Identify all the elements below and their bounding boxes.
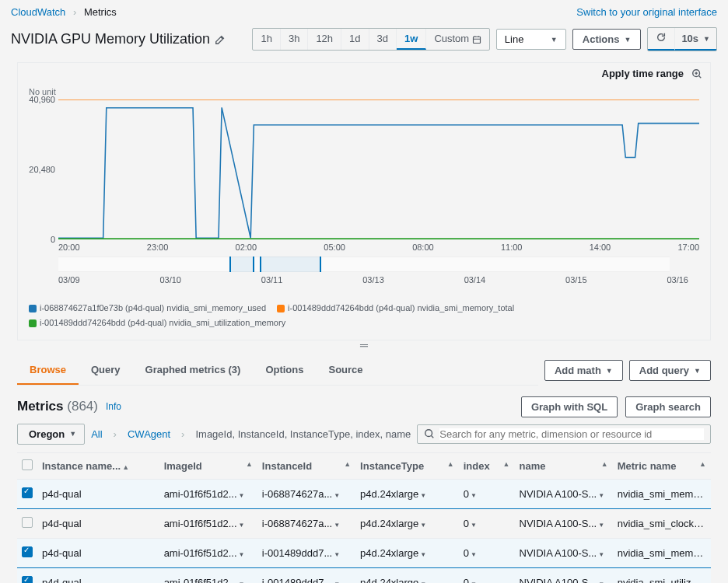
edit-title-icon[interactable]: [215, 34, 226, 45]
page-title: NVIDIA GPU Memory Utilization: [11, 31, 226, 47]
cell-index[interactable]: 0▼: [459, 479, 515, 508]
cell-instance-type[interactable]: p4d.24xlarge▼: [355, 508, 459, 538]
time-range-1d[interactable]: 1d: [341, 29, 369, 50]
cell-instance-name: p4d-qual: [37, 479, 159, 508]
row-checkbox[interactable]: [22, 546, 33, 557]
switch-interface-link[interactable]: Switch to your original interface: [576, 6, 717, 18]
chart-svg: [58, 99, 699, 239]
time-brush[interactable]: [58, 257, 670, 272]
tab-source[interactable]: Source: [316, 356, 375, 385]
cell-instance-id[interactable]: i-068874627a...▼: [257, 479, 355, 508]
cell-metric-name[interactable]: nvidia_smi_clocks_current_gr...▼: [613, 508, 711, 538]
row-checkbox[interactable]: [22, 576, 33, 583]
legend-item[interactable]: i-001489ddd74264bdd (p4d-qual) nvidia_sm…: [277, 302, 514, 316]
col-metric-name[interactable]: Metric name▲: [613, 452, 711, 479]
time-range-12h[interactable]: 12h: [308, 29, 341, 50]
chart-plot-area[interactable]: 020,48040,960: [58, 99, 699, 239]
metrics-table: Instance name...▲ ImageId▲ InstanceId▲ I…: [17, 452, 711, 583]
cell-instance-id[interactable]: i-001489ddd7...▼: [257, 538, 355, 567]
cell-instance-name: p4d-qual: [37, 538, 159, 567]
tab-graphed[interactable]: Graphed metrics (3): [133, 356, 254, 385]
chart-panel: Apply time range No unit 020,48040,960 2…: [17, 62, 711, 340]
cell-name[interactable]: NVIDIA A100-S...▼: [515, 508, 613, 538]
tab-browse[interactable]: Browse: [17, 356, 79, 385]
select-all-checkbox[interactable]: [22, 459, 33, 470]
row-checkbox[interactable]: [22, 517, 33, 528]
refresh-group[interactable]: 10s▼: [647, 27, 717, 51]
graph-search-button[interactable]: Graph search: [625, 396, 711, 417]
legend-item[interactable]: i-001489ddd74264bdd (p4d-qual) nvidia_sm…: [29, 316, 285, 330]
time-range-3d[interactable]: 3d: [369, 29, 397, 50]
refresh-interval-select[interactable]: 10s▼: [675, 28, 716, 51]
y-axis: 020,48040,960: [29, 99, 58, 239]
table-row[interactable]: p4d-qualami-01f6f51d2...▼i-001489ddd7...…: [17, 538, 711, 567]
resize-handle[interactable]: ═: [6, 339, 722, 351]
cell-instance-id[interactable]: i-068874627a...▼: [257, 508, 355, 538]
region-select[interactable]: Oregon▼: [17, 424, 85, 445]
search-input[interactable]: [439, 428, 704, 440]
col-instance-type[interactable]: InstanceType▲: [355, 452, 459, 479]
breadcrumb-sep: ›: [73, 6, 76, 18]
cell-instance-type[interactable]: p4d.24xlarge▼: [355, 479, 459, 508]
actions-button[interactable]: Actions▼: [572, 29, 642, 50]
cell-image-id[interactable]: ami-01f6f51d2...▼: [159, 538, 257, 567]
cell-image-id[interactable]: ami-01f6f51d2...▼: [159, 479, 257, 508]
chart-type-select[interactable]: Line▼: [496, 29, 566, 50]
graph-with-sql-button[interactable]: Graph with SQL: [521, 396, 618, 417]
col-name[interactable]: name▲: [515, 452, 613, 479]
crumb-all[interactable]: All: [91, 428, 102, 440]
info-link[interactable]: Info: [106, 401, 121, 412]
add-query-button[interactable]: Add query▼: [629, 360, 711, 381]
cell-index[interactable]: 0▼: [459, 538, 515, 567]
table-row[interactable]: p4d-qualami-01f6f51d2...▼i-068874627a...…: [17, 508, 711, 538]
col-index[interactable]: index▲: [459, 452, 515, 479]
refresh-icon: [656, 32, 667, 43]
col-instance-name[interactable]: Instance name...▲: [37, 452, 159, 479]
x-axis-hours: 20:0023:0002:0005:0008:0011:0014:0017:00: [58, 243, 699, 252]
cell-image-id[interactable]: ami-01f6f51d2...▼: [159, 508, 257, 538]
refresh-button[interactable]: [648, 28, 675, 51]
cell-instance-id[interactable]: i-001489ddd7...▼: [257, 567, 355, 583]
tab-query[interactable]: Query: [79, 356, 133, 385]
crumb-cwagent[interactable]: CWAgent: [128, 428, 170, 440]
cell-metric-name[interactable]: nvidia_smi_memory_total▼: [613, 538, 711, 567]
table-row[interactable]: p4d-qualami-01f6f51d2...▼i-001489ddd7...…: [17, 567, 711, 583]
svg-point-3: [425, 430, 432, 437]
cell-instance-type[interactable]: p4d.24xlarge▼: [355, 567, 459, 583]
cell-index[interactable]: 0▼: [459, 567, 515, 583]
time-range-1h[interactable]: 1h: [253, 29, 280, 50]
cell-metric-name[interactable]: nvidia_smi_utilization_memory▼: [613, 567, 711, 583]
col-image-id[interactable]: ImageId▲: [159, 452, 257, 479]
y-axis-unit: No unit: [29, 87, 699, 96]
row-checkbox[interactable]: [22, 487, 33, 498]
crumb-dimensions: ImageId, InstanceId, InstanceType, index…: [195, 428, 411, 440]
search-icon: [424, 428, 435, 439]
add-math-button[interactable]: Add math▼: [544, 360, 623, 381]
time-range-Custom[interactable]: Custom: [426, 29, 488, 50]
table-row[interactable]: p4d-qualami-01f6f51d2...▼i-068874627a...…: [17, 479, 711, 508]
tab-options[interactable]: Options: [253, 356, 316, 385]
time-range-3h[interactable]: 3h: [281, 29, 308, 50]
chart-legend: i-068874627a1f0e73b (p4d-qual) nvidia_sm…: [29, 302, 699, 332]
bottom-tabs: Browse Query Graphed metrics (3) Options…: [17, 356, 538, 386]
search-box[interactable]: [417, 424, 711, 444]
x-axis-dates: 03/0903/1003/1103/1303/1403/1503/16: [58, 275, 688, 285]
cell-instance-name: p4d-qual: [37, 508, 159, 538]
cell-instance-type[interactable]: p4d.24xlarge▼: [355, 538, 459, 567]
time-range-1w[interactable]: 1w: [397, 29, 426, 50]
legend-item[interactable]: i-068874627a1f0e73b (p4d-qual) nvidia_sm…: [29, 302, 266, 316]
cell-name[interactable]: NVIDIA A100-S...▼: [515, 538, 613, 567]
cell-name[interactable]: NVIDIA A100-S...▼: [515, 567, 613, 583]
time-range-group[interactable]: 1h3h12h1d3d1wCustom: [252, 28, 489, 51]
breadcrumb-current: Metrics: [84, 6, 117, 18]
zoom-icon[interactable]: [691, 68, 702, 79]
cell-index[interactable]: 0▼: [459, 508, 515, 538]
breadcrumb-root[interactable]: CloudWatch: [11, 6, 65, 18]
apply-time-range-button[interactable]: Apply time range: [602, 68, 684, 79]
metrics-heading: Metrics (864): [17, 399, 98, 414]
col-instance-id[interactable]: InstanceId▲: [257, 452, 355, 479]
cell-image-id[interactable]: ami-01f6f51d2...▼: [159, 567, 257, 583]
cell-instance-name: p4d-qual: [37, 567, 159, 583]
cell-metric-name[interactable]: nvidia_smi_memory_used▼: [613, 479, 711, 508]
cell-name[interactable]: NVIDIA A100-S...▼: [515, 479, 613, 508]
